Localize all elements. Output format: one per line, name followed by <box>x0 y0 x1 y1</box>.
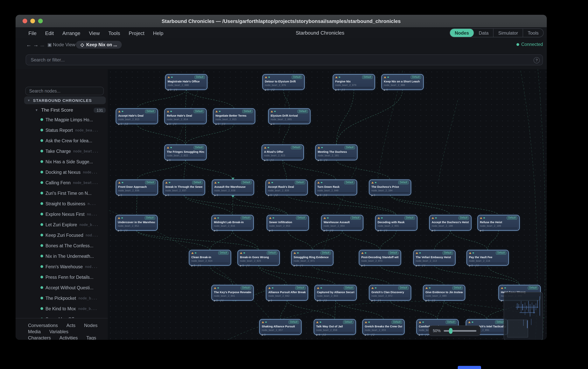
tree-node-item[interactable]: Status Reportnode_bea... <box>16 125 108 135</box>
story-node[interactable]: DefaultShaking Alliance Pursuitnode_beat… <box>260 320 301 334</box>
default-badge: Default <box>295 286 306 290</box>
node-status-dot <box>375 182 376 183</box>
story-node[interactable]: DefaultUndercover in the Warehousenode_b… <box>116 215 157 230</box>
story-node[interactable]: DefaultThe Vellari Embassy Heistnode_bea… <box>414 250 455 265</box>
story-node[interactable]: DefaultAccept Hale's Dealnode_beat_2_013… <box>116 109 157 124</box>
story-node[interactable]: DefaultWarehouse Assaultnode_beat_2_054▶… <box>322 215 363 230</box>
minimap-viewport[interactable] <box>507 320 528 338</box>
tree-node-item[interactable]: Straight to Businessn... <box>16 198 108 209</box>
story-node[interactable]: DefaultMeeting The Duchessnode_beat_2_10… <box>316 145 357 160</box>
node-id: node_beat_2_053 <box>269 224 306 227</box>
node-id: node_beat_2_073 <box>361 259 399 262</box>
menu-arrange[interactable]: Arrange <box>62 30 81 36</box>
story-node[interactable]: DefaultTalk Way Out of Jailnode_beat_2_0… <box>314 320 355 334</box>
tree-node-item[interactable]: Take Chargenode_beat... <box>16 146 108 156</box>
sidebar-tab-tags[interactable]: Tags <box>86 335 96 340</box>
story-node[interactable]: DefaultForgive Nixnode_beat_2_079▶ 4ƒ 1 <box>333 75 374 89</box>
story-node[interactable]: DefaultPost-Decoding Standoff with ...no… <box>359 250 401 265</box>
node-view-label[interactable]: Node View <box>53 42 75 47</box>
story-node[interactable]: DefaultThe Fringes Smuggling Ringnode_be… <box>165 145 206 160</box>
tree-node-item[interactable]: The Magpie Limps Ho... <box>16 114 108 125</box>
node-status-dot <box>429 287 430 289</box>
zoom-slider-handle[interactable] <box>449 328 453 334</box>
forward-icon[interactable]: → <box>33 41 39 48</box>
tree-node-item[interactable]: Be Kind to Moxnode_b... <box>16 303 108 314</box>
tree-node-item[interactable]: Explore Nexus Firstno... <box>16 209 108 219</box>
search-nodes-input[interactable]: Search nodes... <box>25 87 104 95</box>
tree-node-item[interactable]: The Pickpocketnode_b... <box>16 293 108 303</box>
story-node[interactable]: DefaultRefuse Hale's Dealnode_beat_2_014… <box>165 109 206 124</box>
menu-file[interactable]: File <box>28 30 37 36</box>
story-node[interactable]: DefaultCaptured by Alliance Securitynode… <box>315 285 356 300</box>
tab-nodes[interactable]: Nodes <box>450 29 474 37</box>
tree-node-item[interactable]: Docking at Nexusnode... <box>16 167 108 177</box>
story-node[interactable]: DefaultDecoding with Rasknode_beat_2_055… <box>376 215 417 230</box>
tree-node-item[interactable]: Fenn's Warehousenod... <box>16 261 108 272</box>
story-node[interactable]: DefaultFront Door Approachnode_beat_2_03… <box>116 180 157 195</box>
tab-tools[interactable]: Tools <box>523 29 543 37</box>
story-node[interactable]: DefaultPay the Vault Feenode_beat_2_114▶… <box>467 250 508 265</box>
act-tree-item[interactable]: ▼ The First Score 131 <box>35 107 106 113</box>
story-node[interactable]: DefaultGive Evidence to Jin Insteadnode_… <box>423 285 465 300</box>
sidebar-tab-activities[interactable]: Activities <box>59 335 78 340</box>
node-title: Assault the Warehouse <box>214 185 252 188</box>
node-title: Gretch Breaks the Crew Out <box>365 325 402 328</box>
warning-icon <box>167 110 169 112</box>
story-node[interactable]: DefaultClean Break-innode_beat_2_024▶ 3ƒ… <box>189 250 231 265</box>
menu-view[interactable]: View <box>89 30 100 36</box>
story-node[interactable]: DefaultDetour to Elysium Driftnode_beat_… <box>263 75 304 89</box>
story-node[interactable]: DefaultAlliance Pursuit After Break-inno… <box>266 285 308 300</box>
story-node[interactable]: DefaultNegotiate Better Termsnode_beat_2… <box>214 109 255 124</box>
sidebar-tab-media[interactable]: Media <box>28 329 41 334</box>
project-tree-header[interactable]: ▼ STARBOUND CHRONICLES <box>24 96 106 104</box>
sidebar-tab-nodes[interactable]: Nodes <box>84 323 97 328</box>
story-node[interactable]: DefaultSneak In Through the Sewersnode_b… <box>163 180 205 195</box>
story-node[interactable]: DefaultThe Key's Purpose Revealednode_be… <box>212 285 253 300</box>
tree-node-item[interactable]: Accept Without Questi... <box>16 282 108 293</box>
node-dot-icon <box>41 223 43 226</box>
story-node[interactable]: DefaultRefuse the Heistnode_beat_2_109▶ … <box>478 215 519 230</box>
sidebar-tab-characters[interactable]: Characters <box>28 335 51 340</box>
tree-node-item[interactable]: Nix Has a Side Sugge... <box>16 156 108 167</box>
story-node[interactable]: DefaultGretch Breaks the Crew Outnode_be… <box>363 320 404 334</box>
story-node[interactable]: DefaultKeep Nix on a Short Leashnode_bea… <box>382 75 423 89</box>
story-node[interactable]: DefaultSmuggling Ring Evidencenode_beat_… <box>292 250 333 265</box>
help-icon[interactable]: ? <box>534 57 540 63</box>
sidebar-tab-conversations[interactable]: Conversations <box>28 323 58 328</box>
node-graph-canvas[interactable]: DefaultMagistrate Hale's Officenode_beat… <box>108 69 547 340</box>
back-icon[interactable]: ← <box>26 41 31 48</box>
tree-node-item[interactable]: Press Fenn for Details... <box>16 272 108 282</box>
sidebar-tab-variables[interactable]: Variables <box>49 329 68 334</box>
tree-node-item[interactable]: Nix in The Underneath... <box>16 251 108 261</box>
tab-simulator[interactable]: Simulator <box>494 29 523 37</box>
tree-node-item[interactable]: Keep Zuri Focusednod... <box>16 230 108 240</box>
tab-data[interactable]: Data <box>474 29 494 37</box>
story-node[interactable]: DefaultThe Duchess's Pricenode_beat_2_10… <box>370 180 411 195</box>
tree-node-item[interactable]: Let Zuri Explorenode_b... <box>16 219 108 230</box>
story-node[interactable]: DefaultBreak-in Goes Wrongnode_beat_2_02… <box>238 250 279 265</box>
story-node[interactable]: DefaultElysium Drift Arrivalnode_beat_2_… <box>269 109 310 124</box>
menu-help[interactable]: Help <box>153 30 164 36</box>
story-node[interactable]: DefaultAccept Rask's Dealnode_beat_2_039… <box>266 180 307 195</box>
tree-node-item[interactable]: Calling Fennnode_beat... <box>16 177 108 188</box>
menu-tools[interactable]: Tools <box>108 30 120 36</box>
story-node[interactable]: DefaultMidnight Lab Break-innode_beat_2_… <box>212 215 253 230</box>
story-node[interactable]: DefaultSewer Infiltrationnode_beat_2_053… <box>267 215 308 230</box>
story-node[interactable]: DefaultMagistrate Hale's Officenode_beat… <box>166 75 207 89</box>
zoom-slider[interactable] <box>444 330 476 331</box>
tree-node-item[interactable]: Ask the Crew for Idea... <box>16 135 108 146</box>
search-filter-input[interactable]: Search or filter... <box>26 54 543 65</box>
tree-node-item[interactable]: Bones at The Confess... <box>16 240 108 251</box>
story-node[interactable]: DefaultA Rival's Offernode_beat_2_023▶ 3… <box>262 145 303 160</box>
current-node-breadcrumb[interactable]: ◇ Keep Nix on ... <box>76 41 122 49</box>
story-node[interactable]: DefaultTurn Down Rasknode_beat_2_040▶ 3ƒ… <box>315 180 357 195</box>
minimap[interactable] <box>504 292 543 340</box>
story-node[interactable]: DefaultAssault the Warehousenode_beat_2_… <box>212 180 254 195</box>
story-node[interactable]: DefaultGretch's Clan Discoverynode_beat_… <box>370 285 411 300</box>
menu-project[interactable]: Project <box>129 30 144 36</box>
menu-edit[interactable]: Edit <box>45 30 54 36</box>
tree-node-item[interactable]: Zuri's First Time on N... <box>16 188 108 198</box>
more-breadcrumb[interactable]: ... <box>41 42 44 47</box>
story-node[interactable]: DefaultAccept the Duchess's Heistnode_be… <box>430 215 471 230</box>
sidebar-tab-acts[interactable]: Acts <box>66 323 75 328</box>
